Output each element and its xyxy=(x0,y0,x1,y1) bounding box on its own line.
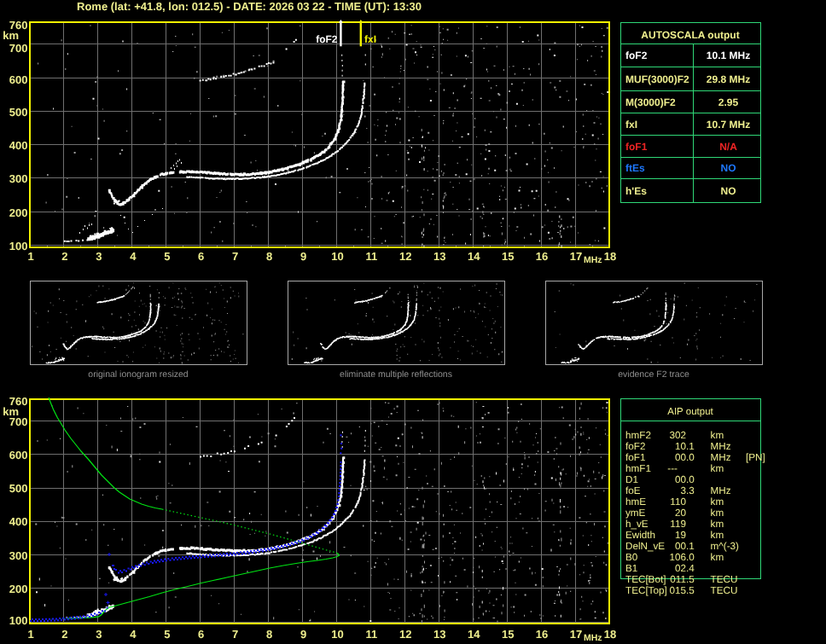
svg-text:12: 12 xyxy=(399,250,411,263)
svg-text:302: 302 xyxy=(669,430,686,441)
svg-text:6: 6 xyxy=(198,250,204,263)
svg-text:evidence F2 trace: evidence F2 trace xyxy=(618,369,689,380)
svg-text:2.95: 2.95 xyxy=(718,96,739,108)
svg-text:1: 1 xyxy=(27,628,33,641)
svg-text:600: 600 xyxy=(9,449,28,461)
svg-text:B1: B1 xyxy=(625,563,637,574)
svg-text:13: 13 xyxy=(433,250,445,263)
svg-text:.0: .0 xyxy=(686,474,695,485)
svg-text:10.7 MHz: 10.7 MHz xyxy=(707,119,750,131)
svg-text:8: 8 xyxy=(266,250,272,263)
svg-text:foE: foE xyxy=(625,485,641,496)
svg-text:---: --- xyxy=(667,463,678,474)
svg-text:[PN]: [PN] xyxy=(746,452,765,463)
svg-text:m^(-3): m^(-3) xyxy=(711,541,740,552)
svg-text:8: 8 xyxy=(266,628,272,641)
svg-text:29.8 MHz: 29.8 MHz xyxy=(707,73,750,85)
svg-text:km: km xyxy=(711,463,724,474)
svg-text:2: 2 xyxy=(61,628,67,641)
svg-text:MHz: MHz xyxy=(584,255,602,265)
svg-text:Ewidth: Ewidth xyxy=(625,530,655,541)
svg-text:MHz: MHz xyxy=(711,485,731,496)
svg-text:AUTOSCALA output: AUTOSCALA output xyxy=(641,29,739,41)
svg-text:00: 00 xyxy=(675,541,687,552)
svg-text:700: 700 xyxy=(9,415,28,428)
svg-text:17: 17 xyxy=(570,628,582,641)
svg-text:TEC[Top]: TEC[Top] xyxy=(625,585,667,596)
svg-text:5: 5 xyxy=(164,628,170,641)
svg-text:foF1: foF1 xyxy=(625,141,648,153)
svg-text:500: 500 xyxy=(9,106,28,119)
svg-text:km: km xyxy=(711,430,724,441)
svg-text:200: 200 xyxy=(9,206,28,219)
svg-text:km: km xyxy=(711,496,724,508)
svg-text:km: km xyxy=(711,519,724,530)
svg-text:10: 10 xyxy=(675,441,687,452)
svg-text:7: 7 xyxy=(232,628,238,641)
svg-text:MHz: MHz xyxy=(584,633,602,643)
svg-text:18: 18 xyxy=(604,628,616,641)
svg-text:fxI: fxI xyxy=(364,33,376,45)
svg-text:700: 700 xyxy=(9,42,28,55)
svg-text:TEC[Bot]: TEC[Bot] xyxy=(625,574,666,585)
svg-text:.1: .1 xyxy=(686,541,695,552)
svg-text:600: 600 xyxy=(9,73,28,86)
svg-text:14: 14 xyxy=(468,628,480,641)
svg-text:MHz: MHz xyxy=(711,452,731,463)
svg-text:11: 11 xyxy=(366,250,378,263)
svg-text:DelN_vE: DelN_vE xyxy=(625,541,665,552)
svg-text:km: km xyxy=(711,530,724,541)
svg-text:17: 17 xyxy=(570,250,582,263)
svg-text:NO: NO xyxy=(721,162,736,174)
svg-text:15: 15 xyxy=(502,250,514,263)
svg-text:16: 16 xyxy=(536,628,548,641)
svg-text:TECU: TECU xyxy=(711,585,738,596)
svg-text:19: 19 xyxy=(675,530,686,541)
svg-text:.0: .0 xyxy=(686,552,695,563)
svg-text:00: 00 xyxy=(675,452,687,463)
svg-text:015: 015 xyxy=(669,585,686,596)
svg-text:9: 9 xyxy=(300,250,306,263)
svg-text:4: 4 xyxy=(130,628,137,641)
svg-text:1: 1 xyxy=(27,250,33,263)
svg-text:MHz: MHz xyxy=(711,441,731,452)
svg-text:12: 12 xyxy=(399,628,411,641)
svg-text:5: 5 xyxy=(164,250,170,263)
svg-text:02: 02 xyxy=(675,563,686,574)
svg-text:13: 13 xyxy=(433,628,445,641)
svg-text:2: 2 xyxy=(61,250,67,263)
svg-text:.0: .0 xyxy=(686,452,695,463)
svg-text:4: 4 xyxy=(130,250,137,263)
svg-text:100: 100 xyxy=(9,614,28,627)
svg-text:20: 20 xyxy=(675,508,687,519)
svg-text:ymE: ymE xyxy=(625,508,646,519)
svg-text:400: 400 xyxy=(9,515,28,528)
svg-text:foF2: foF2 xyxy=(625,49,648,61)
svg-text:TECU: TECU xyxy=(711,574,738,585)
svg-text:h'Es: h'Es xyxy=(625,185,647,197)
svg-text:00: 00 xyxy=(675,474,687,485)
svg-text:300: 300 xyxy=(9,172,28,185)
svg-text:Rome (lat: +41.8, lon: 012.5): Rome (lat: +41.8, lon: 012.5) - DATE: 20… xyxy=(77,0,422,13)
svg-text:119: 119 xyxy=(670,519,686,530)
svg-text:hmF1: hmF1 xyxy=(625,463,651,474)
svg-text:110: 110 xyxy=(670,496,686,508)
svg-text:MUF(3000)F2: MUF(3000)F2 xyxy=(625,73,689,85)
svg-text:.4: .4 xyxy=(686,563,695,574)
svg-text:foF2: foF2 xyxy=(625,441,645,452)
svg-text:.5: .5 xyxy=(686,574,695,585)
svg-text:18: 18 xyxy=(604,250,616,263)
svg-text:200: 200 xyxy=(9,583,28,595)
svg-text:original ionogram resized: original ionogram resized xyxy=(88,369,188,380)
svg-text:hmF2: hmF2 xyxy=(625,430,651,441)
svg-text:fxI: fxI xyxy=(625,119,637,131)
svg-text:6: 6 xyxy=(198,628,204,641)
svg-text:foF2: foF2 xyxy=(316,33,338,45)
svg-text:11: 11 xyxy=(366,628,378,641)
svg-text:NO: NO xyxy=(721,185,736,197)
svg-text:7: 7 xyxy=(232,250,238,263)
svg-text:hmE: hmE xyxy=(625,496,646,508)
svg-text:106: 106 xyxy=(669,552,686,563)
svg-text:eliminate multiple reflections: eliminate multiple reflections xyxy=(340,369,452,380)
svg-text:h_vE: h_vE xyxy=(625,519,649,530)
